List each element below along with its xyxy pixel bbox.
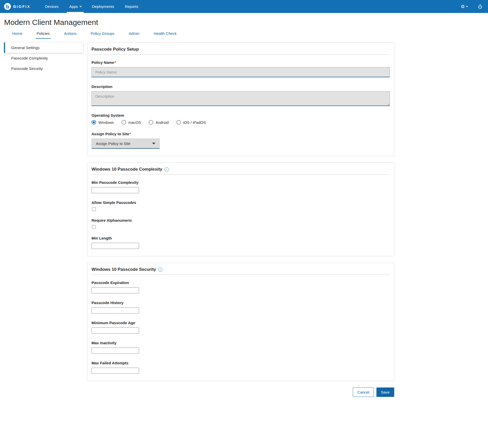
require-alphanumeric-checkbox[interactable]: [92, 225, 96, 229]
power-icon[interactable]: [478, 5, 482, 9]
passcode-complexity-section: Windows 10 Passcode Complexity i Min Pas…: [87, 162, 394, 256]
info-icon[interactable]: i: [158, 267, 162, 272]
info-icon[interactable]: i: [164, 167, 169, 172]
radio-icon: [149, 120, 153, 125]
radio-label: Android: [156, 120, 169, 125]
description-label: Description: [92, 84, 390, 89]
passcode-history-input[interactable]: [92, 307, 139, 313]
nav-item-apps[interactable]: Apps: [64, 0, 86, 13]
radio-icon: [92, 120, 96, 125]
max-failed-attempts-label: Max Failed Attempts: [92, 361, 390, 365]
tab-admin[interactable]: Admin: [128, 29, 141, 39]
divider: [92, 174, 390, 175]
top-actions: ⚙: [461, 0, 484, 13]
max-inactivity-input[interactable]: [92, 348, 139, 354]
policy-name-label-text: Policy Name: [92, 60, 114, 65]
field-group-minimum-passcode-age: Minimum Passcode Age: [92, 321, 390, 334]
bigfix-logo-icon: b: [4, 3, 11, 10]
field-group-passcode-expiration: Passcode Expiration: [92, 280, 390, 293]
nav-item-label: Reports: [125, 4, 138, 9]
passcode-history-label: Passcode History: [92, 301, 390, 305]
header-nav: DevicesAppsDeploymentsReports: [40, 0, 144, 13]
operating-system-field-group: Operating System WindowsmacOSAndroidiOS …: [92, 113, 390, 125]
radio-label: macOS: [128, 120, 141, 125]
tab-bar: HomePoliciesActionsPolicy GroupsAdminHea…: [0, 29, 488, 39]
allow-simple-passcodes-checkbox[interactable]: [92, 207, 96, 211]
save-button[interactable]: Save: [376, 387, 394, 397]
section-title-setup: Passcode Policy Setup: [92, 47, 390, 52]
radio-label: Windows: [98, 120, 114, 125]
allow-simple-passcodes-label: Allow Simple Passcodes: [92, 200, 390, 205]
max-failed-attempts-input[interactable]: [92, 368, 139, 374]
field-group-require-alphanumeric: Require Alphanumeric: [92, 218, 390, 229]
os-radio-android[interactable]: Android: [149, 120, 169, 125]
tab-actions[interactable]: Actions: [63, 29, 78, 39]
field-group-passcode-history: Passcode History: [92, 301, 390, 313]
minimum-passcode-age-label: Minimum Passcode Age: [92, 321, 390, 325]
tab-health-check[interactable]: Health Check: [153, 29, 178, 39]
security-fields: Passcode ExpirationPasscode HistoryMinim…: [92, 280, 390, 374]
brand[interactable]: b BIGFIX: [4, 0, 30, 13]
min-passcode-complexity-input[interactable]: [92, 187, 139, 193]
os-options: WindowsmacOSAndroidiOS / iPadOS: [92, 120, 390, 125]
policy-name-label: Policy Name*: [92, 60, 390, 65]
os-radio-ios-ipados[interactable]: iOS / iPadOS: [176, 120, 206, 125]
gear-glyph: ⚙: [461, 4, 465, 9]
assign-policy-site-select[interactable]: Assign Policy to Site: [92, 139, 160, 149]
sidebar-item-passcode-complexity[interactable]: Passcode Complexity: [4, 53, 83, 63]
os-radio-windows[interactable]: Windows: [92, 120, 114, 125]
nav-item-label: Devices: [45, 4, 58, 9]
field-group-min-passcode-complexity: Min Passcode Complexity: [92, 180, 390, 193]
top-bar: b BIGFIX DevicesAppsDeploymentsReports ⚙: [0, 0, 488, 13]
passcode-policy-setup-section: Passcode Policy Setup Policy Name* Descr…: [87, 42, 394, 156]
radio-icon: [176, 120, 181, 125]
field-group-max-failed-attempts: Max Failed Attempts: [92, 361, 390, 374]
sidebar-item-general-settings[interactable]: General Settings: [4, 42, 83, 53]
minimum-passcode-age-input[interactable]: [92, 327, 139, 334]
passcode-security-section: Windows 10 Passcode Security i Passcode …: [87, 263, 394, 381]
required-asterisk: *: [129, 132, 131, 136]
description-textarea[interactable]: [92, 91, 390, 106]
policy-name-input[interactable]: [92, 67, 390, 77]
sidebar-item-passcode-security[interactable]: Passcode Security: [4, 63, 83, 74]
operating-system-label: Operating System: [92, 113, 390, 117]
gear-icon[interactable]: ⚙: [461, 4, 468, 9]
nav-item-devices[interactable]: Devices: [40, 0, 64, 13]
brand-name: BIGFIX: [13, 4, 30, 9]
section-title-text: Windows 10 Passcode Complexity: [92, 167, 162, 172]
field-group-max-inactivity: Max Inactivity: [92, 341, 390, 354]
radio-icon: [121, 120, 126, 125]
chevron-down-icon: [466, 5, 468, 7]
os-radio-macos[interactable]: macOS: [121, 120, 141, 125]
require-alphanumeric-label: Require Alphanumeric: [92, 218, 390, 222]
passcode-expiration-label: Passcode Expiration: [92, 280, 390, 285]
dropdown-value: Assign Policy to Site: [96, 141, 130, 146]
caret-down-icon: [152, 143, 155, 144]
max-inactivity-label: Max Inactivity: [92, 341, 390, 345]
section-title-security: Windows 10 Passcode Security i: [92, 267, 390, 272]
divider: [92, 275, 390, 275]
section-title-complexity: Windows 10 Passcode Complexity i: [92, 167, 390, 172]
min-length-input[interactable]: [92, 243, 139, 249]
assign-policy-site-field-group: Assign Policy to Site* Assign Policy to …: [92, 132, 390, 149]
page-title: Modern Client Management: [4, 18, 484, 27]
passcode-expiration-input[interactable]: [92, 287, 139, 293]
logo-letter: b: [6, 4, 9, 9]
cancel-button[interactable]: Cancel: [353, 387, 374, 397]
footer-actions: Cancel Save: [87, 387, 394, 397]
nav-item-reports[interactable]: Reports: [119, 0, 144, 13]
tab-policy-groups[interactable]: Policy Groups: [90, 29, 115, 39]
policy-name-field-group: Policy Name*: [92, 60, 390, 77]
tab-policies[interactable]: Policies: [36, 29, 51, 39]
field-group-min-length: Min Length: [92, 236, 390, 249]
assign-policy-site-label: Assign Policy to Site*: [92, 132, 390, 136]
content-area: General SettingsPasscode ComplexityPassc…: [0, 42, 488, 407]
tab-home[interactable]: Home: [11, 29, 23, 39]
assign-policy-site-label-text: Assign Policy to Site: [92, 132, 129, 136]
nav-item-deployments[interactable]: Deployments: [87, 0, 120, 13]
nav-item-label: Deployments: [92, 4, 114, 9]
main-column: Passcode Policy Setup Policy Name* Descr…: [87, 42, 394, 407]
section-title-text: Passcode Policy Setup: [92, 47, 139, 52]
nav-item-label: Apps: [69, 4, 78, 9]
complexity-fields: Min Passcode ComplexityAllow Simple Pass…: [92, 180, 390, 249]
